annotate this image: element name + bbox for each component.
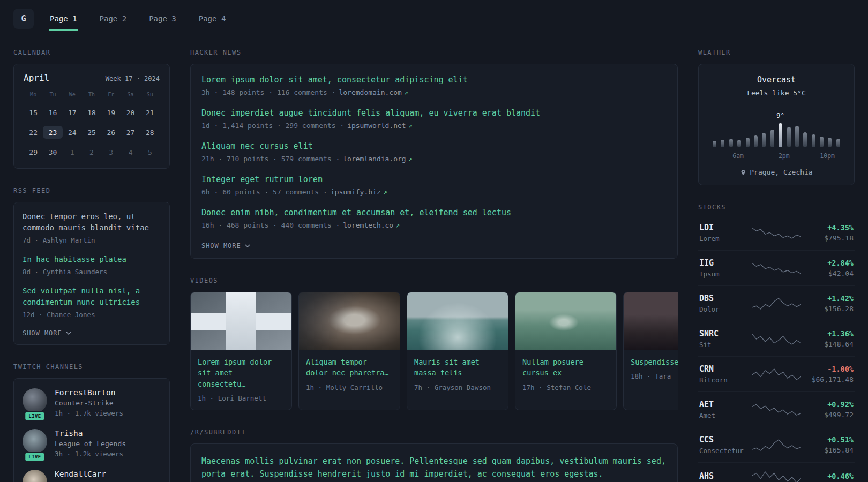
rss-item-title[interactable]: Sed volutpat nulla nisl, a condimentum n… xyxy=(23,285,161,308)
stock-symbol: CCS xyxy=(699,435,751,445)
page-tab[interactable]: Page 3 xyxy=(148,0,177,37)
page-tab[interactable]: Page 2 xyxy=(99,0,128,37)
rss-item-title[interactable]: In hac habitasse platea xyxy=(23,254,161,265)
stock-name: Lorem xyxy=(699,235,751,243)
calendar-day: 5 xyxy=(140,146,160,159)
stock-name: Bitcorn xyxy=(699,376,751,384)
calendar-day: 19 xyxy=(101,106,121,119)
video-card[interactable]: Suspendisse diam 18h · Tara xyxy=(623,292,678,410)
calendar-day-header: Su xyxy=(140,92,160,97)
video-card[interactable]: Nullam posuere cursus ex 17h · Stefan Co… xyxy=(515,292,617,410)
stock-sparkline xyxy=(752,332,801,346)
calendar-day: 16 xyxy=(43,106,62,119)
stock-sparkline xyxy=(752,470,801,482)
hn-meta-text: 21h · 710 points · 579 comments · xyxy=(201,155,340,163)
twitch-channel[interactable]: LIVE Trisha League of Legends 3h · 1.2k … xyxy=(23,429,161,458)
calendar-day: 2 xyxy=(82,146,101,159)
stock-row[interactable]: AET Amet +0.92% $499.72 xyxy=(698,391,855,427)
hn-item-title[interactable]: Donec imperdiet augue tincidunt felis al… xyxy=(201,108,667,118)
weather-section: WEATHER Overcast Feels like 5°C 9° 6am2p… xyxy=(698,49,855,185)
hn-domain-link[interactable]: ipsumworld.net xyxy=(347,122,406,130)
stock-row[interactable]: CCS Consectetur +0.51% $165.84 xyxy=(698,427,855,462)
hn-item-title[interactable]: Aliquam nec cursus elit xyxy=(201,141,667,151)
app-logo[interactable]: G xyxy=(13,9,34,29)
calendar-days: 1516171819202122232425262728293012345 xyxy=(24,106,160,159)
page-tab[interactable]: Page 1 xyxy=(49,0,78,37)
video-card[interactable]: Lorem ipsum dolor sit amet consectetu… 1… xyxy=(190,292,292,410)
video-title: Lorem ipsum dolor sit amet consectetu… xyxy=(198,357,285,389)
subreddit-card: Maecenas mollis pulvinar erat non posuer… xyxy=(190,443,678,482)
page-tab[interactable]: Page 4 xyxy=(198,0,227,37)
rss-item-title[interactable]: Donec tempor eros leo, ut commodo mauris… xyxy=(23,211,161,234)
stock-symbol: DBS xyxy=(699,293,751,303)
videos-section: VIDEOS Lorem ipsum dolor sit amet consec… xyxy=(190,277,678,410)
weather-hour-label: 10pm xyxy=(820,152,835,160)
live-badge: LIVE xyxy=(24,411,45,421)
stock-price: $66,171.48 xyxy=(802,375,854,383)
channel-name: ForrestBurton xyxy=(55,388,123,397)
stock-change: -1.00% xyxy=(802,365,854,373)
video-card[interactable]: Mauris sit amet massa felis 7h · Grayson… xyxy=(407,292,508,410)
external-link-icon: ↗ xyxy=(408,155,413,163)
hn-meta-text: 6h · 60 points · 57 comments · xyxy=(201,188,327,196)
hn-domain-link[interactable]: loremlandia.org xyxy=(343,155,406,163)
weather-header: WEATHER xyxy=(698,49,855,56)
channel-game: Counter-Strike xyxy=(55,399,123,407)
weather-location: Prague, Czechia xyxy=(750,168,812,176)
stock-price: $499.72 xyxy=(802,411,854,419)
stock-row[interactable]: IIG Ipsum +2.84% $42.04 xyxy=(698,250,855,285)
stock-change: +0.46% xyxy=(802,472,854,480)
calendar-day: 28 xyxy=(140,126,160,139)
twitch-channel[interactable]: LIVE KendallCarr xyxy=(23,470,161,482)
video-title: Aliquam tempor dolor nec pharetra… xyxy=(306,357,393,379)
calendar-day: 22 xyxy=(24,126,43,139)
video-thumbnail xyxy=(299,292,400,350)
calendar-day: 27 xyxy=(121,126,140,139)
hackernews-card: Lorem ipsum dolor sit amet, consectetur … xyxy=(190,64,678,259)
stock-row[interactable]: SNRC Sit +1.36% $148.64 xyxy=(698,321,855,356)
stock-symbol: LDI xyxy=(699,223,751,232)
stock-row[interactable]: CRN Bitcorn -1.00% $66,171.48 xyxy=(698,356,855,391)
stock-name: Dolor xyxy=(699,305,751,313)
channel-game: League of Legends xyxy=(55,440,126,448)
subreddit-post-title[interactable]: Maecenas mollis pulvinar erat non posuer… xyxy=(201,455,667,480)
subreddit-header: /R/SUBREDDIT xyxy=(190,428,678,436)
calendar-day: 29 xyxy=(24,146,43,159)
stock-symbol: IIG xyxy=(699,258,751,268)
stock-sparkline xyxy=(752,403,801,417)
dashboard: CALENDAR April Week 17 · 2024 MoTuWeThFr… xyxy=(0,37,868,482)
calendar-day: 15 xyxy=(24,106,43,119)
video-meta: 7h · Grayson Dawson xyxy=(414,383,501,391)
hn-item: Integer eget rutrum lorem 6h · 60 points… xyxy=(201,175,667,196)
stock-row[interactable]: AHS +0.46% xyxy=(698,462,855,482)
top-bar: G Page 1 Page 2 Page 3 Page 4 xyxy=(0,0,868,37)
video-thumbnail xyxy=(515,292,616,350)
stock-row[interactable]: LDI Lorem +4.35% $795.18 xyxy=(698,219,855,250)
hn-domain-link[interactable]: ipsumify.biz xyxy=(331,188,381,196)
stock-sparkline xyxy=(752,367,801,381)
stock-row[interactable]: DBS Dolor +1.42% $156.28 xyxy=(698,285,855,321)
hn-domain-link[interactable]: loremdomain.com xyxy=(339,88,401,96)
hn-show-more-button[interactable]: SHOW MORE xyxy=(201,242,250,250)
video-card[interactable]: Aliquam tempor dolor nec pharetra… 1h · … xyxy=(298,292,400,410)
stock-price: $156.28 xyxy=(802,305,854,313)
hn-item-title[interactable]: Integer eget rutrum lorem xyxy=(201,175,667,184)
hn-domain-link[interactable]: loremtech.co xyxy=(343,221,393,229)
external-link-icon: ↗ xyxy=(404,88,408,96)
video-meta: 1h · Lori Barnett xyxy=(198,394,285,402)
external-link-icon: ↗ xyxy=(395,221,400,229)
right-column: WEATHER Overcast Feels like 5°C 9° 6am2p… xyxy=(698,49,855,482)
stock-price: $795.18 xyxy=(802,234,854,242)
hn-item-title[interactable]: Lorem ipsum dolor sit amet, consectetur … xyxy=(201,75,667,85)
calendar-day: 3 xyxy=(101,146,121,159)
weather-bar xyxy=(746,138,750,147)
calendar-day-header: We xyxy=(63,92,82,97)
weather-bar xyxy=(795,126,799,147)
twitch-channel[interactable]: LIVE ForrestBurton Counter-Strike 1h · 1… xyxy=(23,388,161,417)
subreddit-section: /R/SUBREDDIT Maecenas mollis pulvinar er… xyxy=(190,428,678,482)
hn-item-title[interactable]: Donec enim nibh, condimentum et accumsan… xyxy=(201,208,667,217)
rss-show-more-button[interactable]: SHOW MORE xyxy=(23,329,71,337)
stock-name: Amet xyxy=(699,411,751,419)
stock-sparkline xyxy=(752,226,801,240)
live-badge: LIVE xyxy=(24,452,45,462)
